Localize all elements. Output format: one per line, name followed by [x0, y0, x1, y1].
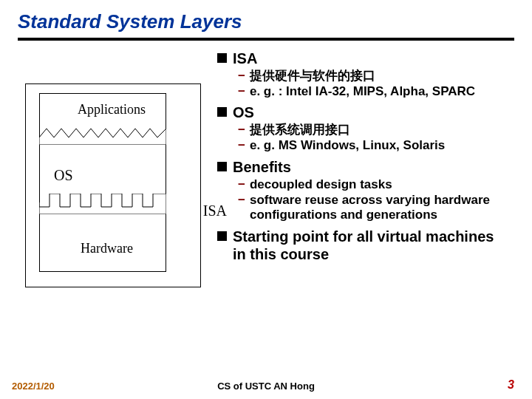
square-bullet-icon [217, 162, 227, 171]
bullet-os: OS − 提供系统调用接口 − e. g. MS Windows, Linux,… [217, 103, 510, 153]
heading-text: OS [233, 103, 254, 121]
sub-bullet: − e. g. MS Windows, Linux, Solaris [238, 138, 510, 154]
dash-icon: − [238, 138, 245, 154]
sub-bullet: − 提供硬件与软件的接口 [238, 69, 510, 84]
sub-bullet: − e. g. : Intel IA-32, MIPS, Alpha, SPAR… [238, 84, 510, 100]
bullet-heading: OS [217, 103, 510, 121]
dash-icon: − [238, 123, 245, 138]
apps-os-teeth [39, 129, 166, 145]
footer: 2022/1/20 CS of USTC AN Hong 3 [0, 378, 532, 392]
layer-diagram: Applications OS Hardware ISA [25, 83, 201, 287]
label-applications: Applications [78, 102, 146, 117]
bullet-heading: Starting point for all virtual machines … [217, 228, 510, 263]
sub-bullet: − software reuse across varying hardware… [238, 193, 510, 223]
label-isa: ISA [203, 202, 227, 219]
sub-text: 提供系统调用接口 [250, 123, 350, 138]
sub-bullet: − decoupled design tasks [238, 177, 510, 193]
heading-text: Benefits [233, 158, 291, 176]
dash-icon: − [238, 177, 245, 193]
square-bullet-icon [217, 53, 227, 63]
dash-icon: − [238, 84, 245, 100]
slide-title: Standard System Layers [18, 10, 514, 33]
footer-page-number: 3 [508, 378, 514, 392]
square-bullet-icon [217, 107, 227, 117]
footer-center: CS of USTC AN Hong [217, 381, 315, 392]
content-column: ISA − 提供硬件与软件的接口 − e. g. : Intel IA-32, … [217, 48, 514, 267]
bullet-isa: ISA − 提供硬件与软件的接口 − e. g. : Intel IA-32, … [217, 50, 510, 99]
square-bullet-icon [217, 231, 227, 241]
sub-text: 提供硬件与软件的接口 [250, 69, 375, 84]
sub-text: software reuse across varying hardware c… [250, 193, 510, 223]
bullet-heading: Benefits [217, 158, 510, 176]
bullet-heading: ISA [217, 50, 510, 67]
heading-text: Starting point for all virtual machines … [233, 228, 510, 263]
label-os: OS [54, 167, 73, 184]
title-rule [18, 38, 514, 41]
main-area: Applications OS Hardware ISA ISA − 提供硬件与… [18, 48, 514, 287]
sub-text: e. g. : Intel IA-32, MIPS, Alpha, SPARC [250, 84, 475, 100]
sub-text: decoupled design tasks [250, 177, 392, 193]
footer-date: 2022/1/20 [12, 381, 55, 392]
diagram-column: Applications OS Hardware ISA [18, 48, 217, 287]
sub-bullet: − 提供系统调用接口 [238, 123, 510, 138]
sub-text: e. g. MS Windows, Linux, Solaris [250, 138, 445, 154]
bullet-start: Starting point for all virtual machines … [217, 228, 510, 263]
slide: Standard System Layers Applications OS H… [0, 0, 532, 287]
dash-icon: − [238, 69, 245, 84]
label-hardware: Hardware [81, 241, 133, 256]
os-hw-teeth [39, 194, 166, 214]
heading-text: ISA [233, 50, 257, 67]
bullet-benefits: Benefits − decoupled design tasks − soft… [217, 158, 510, 223]
dash-icon: − [238, 193, 245, 208]
